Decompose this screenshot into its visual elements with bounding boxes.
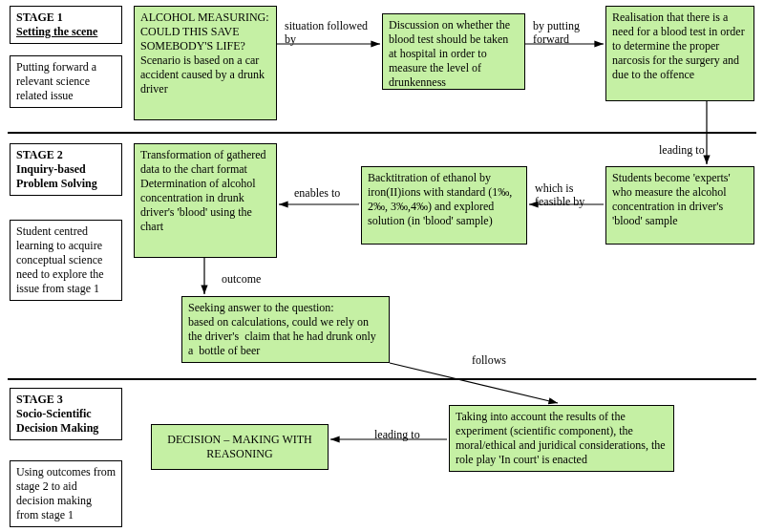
stage3-leading-label: leading to (374, 428, 420, 441)
stage1-subtitle: Setting the scene (16, 25, 97, 38)
stage1-realisation-box: Realisation that there is a need for a b… (605, 6, 754, 101)
stage2-backtitration-box: Backtitration of ethanol by iron(II)ions… (361, 166, 527, 245)
stage3-subtitle: Socio-Scientific Decision Making (16, 407, 98, 435)
stage2-transform-box: Transformation of gathered data to the c… (134, 143, 277, 258)
stage1-arrow1-label: situation followed by (285, 19, 380, 47)
stage3-taking-box: Taking into account the results of the e… (449, 405, 674, 472)
stage2-subtitle: Inquiry-based Problem Solving (16, 162, 97, 190)
stage1-desc: Putting forward a relevant science relat… (16, 60, 96, 102)
divider-1 (8, 132, 756, 134)
stage2-seeking-box: Seeking answer to the question: based on… (181, 296, 390, 363)
stage2-backtitration-text: Backtitration of ethanol by iron(II)ions… (368, 171, 512, 227)
stage2-desc: Student centred learning to acquire conc… (16, 224, 104, 295)
stage3-desc-box: Using outcomes from stage 2 to aid decis… (10, 460, 122, 527)
stage3-decision-box: DECISION – MAKING WITH REASONING (151, 424, 329, 470)
stage1-title-box: STAGE 1 Setting the scene (10, 6, 122, 44)
stage3-desc: Using outcomes from stage 2 to aid decis… (16, 465, 116, 521)
stage3-title: STAGE 3 (16, 393, 63, 406)
stage2-outcome-label: outcome (222, 272, 261, 286)
stage2-leadingto-label: leading to (659, 143, 705, 157)
stage2-seeking-text: Seeking answer to the question: based on… (188, 301, 379, 357)
stage2-students-box: Students become 'experts' who measure th… (605, 166, 754, 245)
stage2-title: STAGE 2 (16, 148, 63, 161)
stage1-desc-box: Putting forward a relevant science relat… (10, 55, 122, 108)
stage2-transform-text: Transformation of gathered data to the c… (140, 148, 269, 233)
stage2-title-box: STAGE 2 Inquiry-based Problem Solving (10, 143, 122, 196)
stage3-title-box: STAGE 3 Socio-Scientific Decision Making (10, 388, 122, 440)
svg-line-6 (390, 363, 558, 403)
stage1-title: STAGE 1 (16, 11, 63, 24)
stage2-desc-box: Student centred learning to acquire conc… (10, 220, 122, 301)
stage1-discussion-text: Discussion on whether the blood test sho… (389, 18, 510, 89)
stage2-enables-label: enables to (294, 186, 340, 200)
stage2-feasible-label: which is feasible by (535, 181, 602, 209)
stage2-students-text: Students become 'experts' who measure th… (612, 171, 731, 227)
stage1-arrow2-label: by putting forward (533, 19, 580, 47)
stage1-realisation-text: Realisation that there is a need for a b… (612, 11, 745, 81)
divider-2 (8, 378, 756, 380)
stage1-scenario-box: ALCOHOL MEASURING: COULD THIS SAVE SOMEB… (134, 6, 277, 120)
stage2-follows-label: follows (472, 353, 506, 367)
stage3-decision-text: DECISION – MAKING WITH REASONING (167, 433, 311, 460)
stage1-scenario-text: ALCOHOL MEASURING: COULD THIS SAVE SOMEB… (140, 11, 272, 96)
stage3-taking-text: Taking into account the results of the e… (456, 410, 666, 466)
stage1-discussion-box: Discussion on whether the blood test sho… (382, 13, 525, 90)
